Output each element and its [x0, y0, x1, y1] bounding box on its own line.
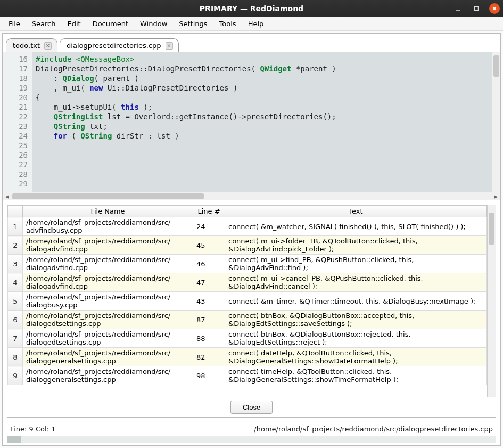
table-row[interactable]: 2/home/roland/sf_projects/reddiamond/src… [8, 236, 487, 255]
menu-window[interactable]: Window [135, 18, 172, 29]
code-editor[interactable]: 1617181920212223242526272829 #include <Q… [3, 52, 500, 192]
table-row[interactable]: 1/home/roland/sf_projects/reddiamond/src… [8, 217, 487, 236]
header-rownum[interactable] [8, 206, 23, 217]
tab-label: dialogpresetdirectories.cpp [67, 42, 161, 50]
cell-text: connect( m_ui->folder_TB, &QToolButton::… [225, 236, 487, 255]
results-vertical-scrollbar[interactable] [487, 205, 496, 397]
row-number: 9 [8, 366, 23, 385]
menu-help[interactable]: Help [243, 18, 269, 29]
close-results-button[interactable]: Close [230, 401, 273, 414]
app-window: PRIMARY — RedDiamond FileSearchEditDocum… [0, 0, 503, 448]
cell-text: connect( btnBox, &QDialogButtonBox::acce… [225, 311, 487, 329]
cell-filename: /home/roland/sf_projects/reddiamond/src/… [23, 311, 193, 329]
editor-area: 1617181920212223242526272829 #include <Q… [3, 52, 500, 200]
title-bar[interactable]: PRIMARY — RedDiamond [0, 0, 503, 17]
cell-text: connect( &m_timer, &QTimer::timeout, thi… [225, 292, 487, 311]
table-row[interactable]: 5/home/roland/sf_projects/reddiamond/src… [8, 292, 487, 311]
close-button[interactable] [489, 3, 500, 14]
editor-horizontal-scrollbar[interactable]: ◂ ▸ [3, 192, 500, 200]
cell-filename: /home/roland/sf_projects/reddiamond/src/… [23, 273, 193, 292]
code-body[interactable]: #include <QMessageBox>DialogPresetDirect… [32, 52, 492, 192]
scroll-left-icon[interactable]: ◂ [3, 192, 11, 200]
window-title: PRIMARY — RedDiamond [200, 4, 303, 13]
table-row[interactable]: 3/home/roland/sf_projects/reddiamond/src… [8, 255, 487, 273]
cell-text: connect( btnBox, &QDialogButtonBox::reje… [225, 329, 487, 348]
table-row[interactable]: 9/home/roland/sf_projects/reddiamond/src… [8, 366, 487, 385]
table-row[interactable]: 8/home/roland/sf_projects/reddiamond/src… [8, 348, 487, 366]
file-path: /home/roland/sf_projects/reddiamond/src/… [254, 425, 493, 433]
header-filename[interactable]: File Name [23, 206, 193, 217]
scroll-right-icon[interactable]: ▸ [492, 192, 500, 200]
results-table[interactable]: File Name Line # Text 1/home/roland/sf_p… [7, 205, 487, 385]
menu-document[interactable]: Document [87, 18, 134, 29]
cell-text: connect( m_ui->find_PB, &QPushButton::cl… [225, 255, 487, 273]
row-number: 1 [8, 217, 23, 236]
tab-bar: todo.txt×dialogpresetdirectories.cpp× [3, 34, 500, 52]
row-number: 8 [8, 348, 23, 366]
menu-bar: FileSearchEditDocumentWindowSettingsTool… [0, 17, 503, 31]
header-text[interactable]: Text [225, 206, 487, 217]
menu-tools[interactable]: Tools [214, 18, 242, 29]
row-number: 4 [8, 273, 23, 292]
menu-settings[interactable]: Settings [174, 18, 212, 29]
cell-line: 88 [193, 329, 225, 348]
cursor-position: Line: 9 Col: 1 [10, 425, 55, 433]
cell-text: connect( &m_watcher, SIGNAL( finished() … [225, 217, 487, 236]
editor-vertical-scrollbar[interactable] [492, 52, 500, 192]
row-number: 5 [8, 292, 23, 311]
cell-line: 82 [193, 348, 225, 366]
menu-search[interactable]: Search [27, 18, 61, 29]
tab-todo-txt[interactable]: todo.txt× [6, 38, 57, 52]
row-number: 7 [8, 329, 23, 348]
cell-line: 46 [193, 255, 225, 273]
cell-filename: /home/roland/sf_projects/reddiamond/src/… [23, 329, 193, 348]
tab-close-icon[interactable]: × [166, 42, 173, 50]
svg-rect-1 [475, 7, 479, 11]
table-row[interactable]: 7/home/roland/sf_projects/reddiamond/src… [8, 329, 487, 348]
row-number: 3 [8, 255, 23, 273]
row-number: 2 [8, 236, 23, 255]
cell-filename: /home/roland/sf_projects/reddiamond/src/… [23, 255, 193, 273]
cell-line: 43 [193, 292, 225, 311]
status-bar: Line: 9 Col: 1 /home/roland/sf_projects/… [3, 422, 500, 436]
cell-line: 87 [193, 311, 225, 329]
window-controls [453, 3, 500, 14]
bottom-horizontal-scrollbar[interactable] [3, 436, 500, 445]
cell-line: 24 [193, 217, 225, 236]
cell-filename: /home/roland/sf_projects/reddiamond/src/… [23, 236, 193, 255]
minimize-button[interactable] [453, 3, 464, 14]
content-area: todo.txt×dialogpresetdirectories.cpp× 16… [2, 33, 501, 446]
maximize-button[interactable] [471, 3, 482, 14]
cell-line: 47 [193, 273, 225, 292]
cell-filename: /home/roland/sf_projects/reddiamond/src/… [23, 292, 193, 311]
cell-filename: /home/roland/sf_projects/reddiamond/src/… [23, 217, 193, 236]
table-row[interactable]: 4/home/roland/sf_projects/reddiamond/src… [8, 273, 487, 292]
cell-line: 98 [193, 366, 225, 385]
tab-label: todo.txt [13, 42, 40, 50]
menu-file[interactable]: File [3, 18, 26, 29]
menu-edit[interactable]: Edit [62, 18, 86, 29]
cell-text: connect( m_ui->cancel_PB, &QPushButton::… [225, 273, 487, 292]
search-results-panel: File Name Line # Text 1/home/roland/sf_p… [7, 205, 496, 418]
line-gutter: 1617181920212223242526272829 [3, 52, 32, 192]
row-number: 6 [8, 311, 23, 329]
cell-filename: /home/roland/sf_projects/reddiamond/src/… [23, 366, 193, 385]
table-row[interactable]: 6/home/roland/sf_projects/reddiamond/src… [8, 311, 487, 329]
cell-line: 45 [193, 236, 225, 255]
cell-text: connect( timeHelp, &QToolButton::clicked… [225, 366, 487, 385]
header-line[interactable]: Line # [193, 206, 225, 217]
tab-dialogpresetdirectories-cpp[interactable]: dialogpresetdirectories.cpp× [60, 38, 178, 52]
cell-text: connect( dateHelp, &QToolButton::clicked… [225, 348, 487, 366]
tab-close-icon[interactable]: × [44, 42, 52, 50]
cell-filename: /home/roland/sf_projects/reddiamond/src/… [23, 348, 193, 366]
